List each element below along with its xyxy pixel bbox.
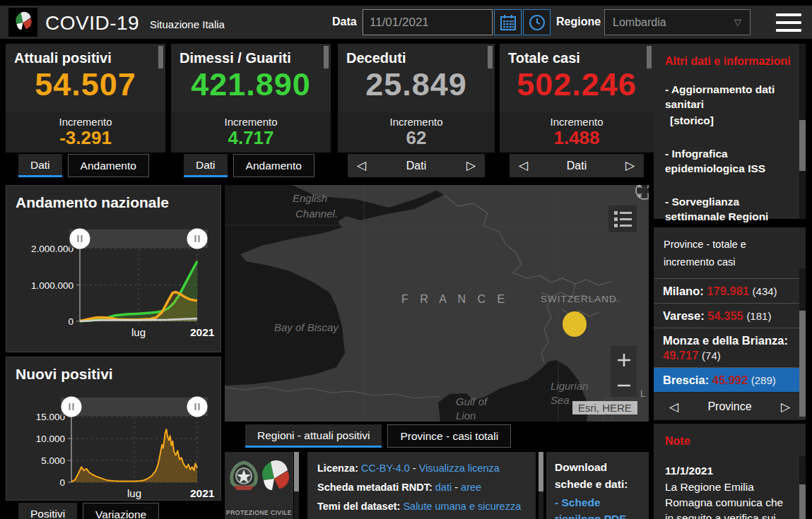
link-storico[interactable]: [storico] <box>665 113 793 128</box>
province-row-brescia-selected[interactable]: Brescia: 45.992 (289) <box>654 367 806 392</box>
province-row-monza[interactable]: Monza e della Brianza: 49.717 (74) <box>654 328 806 367</box>
card-scrollbar[interactable] <box>324 46 329 68</box>
regione-label: Regione <box>556 16 601 28</box>
regione-selected-value: Lombardia <box>613 16 666 28</box>
increment-value: -3.291 <box>6 128 165 148</box>
expand-button[interactable] <box>636 185 649 199</box>
increment-label: Incremento <box>171 112 331 128</box>
panel-nuovi-positivi: Nuovi positivi 15.00010.0005.0000lug2021 <box>6 357 221 501</box>
svg-text:lug: lug <box>127 487 141 499</box>
card-pager: ◁ Dati ▷ <box>510 154 644 177</box>
card-value: 502.246 <box>500 66 654 103</box>
andamento-nazionale-chart[interactable]: 2.000.0001.000.0000lug2021 <box>8 227 217 350</box>
gulf-of-lion-label-1: Gulf of <box>456 395 488 407</box>
chevron-down-icon: ▽ <box>734 10 741 35</box>
pager-prev-icon[interactable]: ◁ <box>519 154 528 177</box>
increment-value: 1.488 <box>500 128 654 148</box>
regione-select[interactable]: Lombardia ▽ <box>604 9 751 35</box>
visualizza-licenza-link[interactable]: Visualizza licenza <box>419 463 500 474</box>
tab-positivi[interactable]: Positivi <box>18 503 77 519</box>
tab-dati[interactable]: Dati <box>18 154 62 177</box>
svg-text:1.000.000: 1.000.000 <box>31 280 73 291</box>
card-totale-casi: Totale casi 502.246 Incremento 1.488 <box>500 44 654 153</box>
province-row-varese[interactable]: Varese: 54.355 (181) <box>654 303 806 328</box>
pager-label: Dati <box>567 160 587 172</box>
panel-title: Province - totale e incremento casi <box>654 227 795 278</box>
ligurian-sea-label-2: Sea <box>551 394 570 406</box>
increment-value: 4.717 <box>171 128 331 148</box>
link-aggiornamento-dati[interactable]: - Aggiornamento dati sanitari <box>665 82 789 112</box>
tab-regioni-attuali-positivi[interactable]: Regioni - attuali positivi <box>245 424 382 448</box>
pager-next-icon[interactable]: ▷ <box>466 154 476 177</box>
calendar-button[interactable] <box>494 9 522 35</box>
rndt-label: Scheda metadati RNDT: <box>317 482 433 493</box>
link-infografica-iss[interactable]: - Infografica epidemiologica ISS <box>665 146 789 176</box>
map-attribution: Esri, HERE <box>572 401 637 414</box>
nuovi-positivi-chart[interactable]: 15.00010.0005.0000lug2021 <box>8 395 217 500</box>
svg-text:10.000: 10.000 <box>36 434 65 444</box>
menu-button[interactable] <box>776 13 801 32</box>
calendar-icon <box>500 14 517 31</box>
tab-andamento[interactable]: Andamento <box>233 154 314 177</box>
license-link[interactable]: CC-BY-4.0 <box>361 463 410 474</box>
scrollbar-track[interactable] <box>799 268 806 387</box>
cut-label: L <box>640 388 645 399</box>
link-sorveglianza-regioni[interactable]: - Sorveglianza settimanale Regioni <box>665 194 796 224</box>
scrollbar-track[interactable] <box>799 44 806 219</box>
temi-link[interactable]: Salute umana e sicurezza <box>403 501 521 512</box>
pager-label: Dati <box>406 160 426 172</box>
card-scrollbar[interactable] <box>647 46 652 68</box>
increment-label: Incremento <box>6 112 165 128</box>
scrollbar-track[interactable] <box>294 452 299 519</box>
tab-variazione[interactable]: Variazione <box>83 503 159 519</box>
card-title: Attuali positivi <box>6 44 165 66</box>
province-row-milano[interactable]: Milano: 179.981 (434) <box>654 278 806 303</box>
legend-button[interactable] <box>608 205 637 232</box>
tab-province-casi-totali[interactable]: Province - casi totali <box>387 424 511 448</box>
temi-label: Temi del dataset: <box>317 501 400 512</box>
svg-text:2021: 2021 <box>190 326 215 338</box>
panel-title: Note <box>665 435 793 448</box>
svg-text:0: 0 <box>59 477 65 488</box>
english-channel-label-2: Channel. <box>295 208 338 220</box>
card-scrollbar[interactable] <box>158 46 163 68</box>
download-schede-pdf-link[interactable]: - Schede riepilogo PDF <box>555 494 640 519</box>
chart-title: Nuovi positivi <box>6 357 220 383</box>
panel-province: Province - totale e incremento casi Mila… <box>654 227 806 415</box>
card-scrollbar[interactable] <box>488 46 493 68</box>
increment-label: Incremento <box>500 112 654 128</box>
download-title: Download schede e dati: <box>555 459 640 493</box>
rndt-dati-link[interactable]: dati <box>435 482 452 493</box>
card-title: Deceduti <box>338 44 495 66</box>
lombardia-marker[interactable] <box>563 311 587 337</box>
svg-text:15.000: 15.000 <box>36 412 65 422</box>
pager-next-icon[interactable]: ▷ <box>781 395 790 419</box>
svg-text:5.000: 5.000 <box>41 455 65 466</box>
pager-prev-icon[interactable]: ◁ <box>357 154 366 177</box>
pager-label: Province <box>707 400 751 413</box>
tab-dati[interactable]: Dati <box>184 154 228 177</box>
pager-next-icon[interactable]: ▷ <box>625 154 635 177</box>
clock-icon <box>529 14 546 31</box>
tab-andamento[interactable]: Andamento <box>68 154 149 177</box>
time-button[interactable] <box>523 9 551 35</box>
license-label: Licenza: <box>317 463 358 474</box>
date-input[interactable] <box>363 9 493 35</box>
map-canvas[interactable]: English Channel. F R A N C E SWITZERLAND… <box>225 185 649 422</box>
map-zoom-control <box>611 346 637 397</box>
note-text: La Regione Emilia Romagna comunica che i… <box>665 479 791 519</box>
pager-prev-icon[interactable]: ◁ <box>669 395 678 419</box>
france-label: F R A N C E <box>401 293 509 305</box>
chart-title: Andamento nazionale <box>6 186 220 211</box>
panel-altri-dati: Altri dati e informazioni - Aggiornament… <box>654 44 806 219</box>
card-value: 421.890 <box>171 66 331 103</box>
scrollbar-track[interactable] <box>539 452 543 519</box>
scrollbar-track[interactable] <box>799 456 806 519</box>
covid-dashboard: COVID-19 Situazione Italia Data Region <box>0 0 812 519</box>
logo-caption: PROTEZIONE CIVILE <box>225 509 293 516</box>
card-attuali-positivi: Attuali positivi 54.507 Incremento -3.29… <box>6 44 165 153</box>
rndt-aree-link[interactable]: aree <box>461 482 481 493</box>
increment-value: 62 <box>338 128 495 148</box>
separator: - <box>413 463 416 474</box>
bay-of-biscay-label: Bay of Biscay <box>274 321 339 333</box>
